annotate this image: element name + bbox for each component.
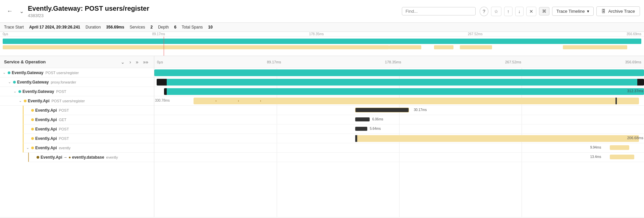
spans-list: ⌄ Evently.Gateway POST users/register ⌄ … <box>0 68 154 217</box>
gantt-bar-6 <box>355 117 370 121</box>
trace-timeline-label: Trace Timeline <box>556 9 585 14</box>
span-service: Evently.Api <box>35 117 57 122</box>
gantt-label-4-left: 330.78ms <box>155 99 170 102</box>
search-input[interactable] <box>406 9 472 14</box>
overview-bar-yellow-5 <box>563 45 627 49</box>
span-service: Evently.Gateway <box>12 70 44 75</box>
expand-all-button[interactable]: »» <box>141 59 150 65</box>
chevron-button[interactable]: ⌄ <box>19 8 24 14</box>
span-method: POST <box>59 137 69 141</box>
gantt-label-8: 206.68ms <box>627 136 643 140</box>
overview-ruler: 0μs 89.17ms 178.35ms 267.52ms 356.69ms <box>0 32 644 37</box>
total-spans-value: 10 <box>208 25 213 30</box>
star-button[interactable]: ☆ <box>491 7 501 16</box>
span-row[interactable]: ⌄ Evently.Gateway POST users/register <box>0 68 154 77</box>
services-value: 2 <box>150 25 153 30</box>
depth-label: Depth <box>158 25 169 30</box>
archive-label: Archive Trace <box>608 9 635 14</box>
span-method: evently <box>59 146 70 150</box>
span-method: POST <box>59 108 69 112</box>
service-dot <box>31 147 34 149</box>
right-panel: 0μs 89.17ms 178.35ms 267.52ms 356.69ms <box>154 56 644 217</box>
panel-header: Service & Operation ⌄ › » »» <box>0 56 154 68</box>
header-icons: ? ☆ ↑ ↓ ✕ ⌘ Trace Timeline ▾ 🗄 Archive T… <box>480 6 640 16</box>
toggle-icon[interactable]: ⌄ <box>8 80 12 84</box>
gantt-row-4[interactable]: 330.78ms <box>154 96 644 106</box>
collapse-all-button[interactable]: ⌄ <box>119 59 126 65</box>
span-row[interactable]: Evently.Api GET <box>23 115 154 124</box>
overview-bar-yellow-2 <box>389 45 421 49</box>
overview-bars <box>0 37 644 56</box>
gantt-mark-1 <box>216 100 216 102</box>
trace-timeline-button[interactable]: Trace Timeline ▾ <box>552 7 594 16</box>
gantt-row-6[interactable]: 6.06ms <box>154 115 644 124</box>
up-button[interactable]: ↑ <box>504 7 513 16</box>
back-button[interactable]: ← <box>4 6 15 16</box>
duration-label: Duration <box>86 25 101 30</box>
collapse-children-button[interactable]: » <box>134 59 140 65</box>
service-dot <box>18 90 21 93</box>
gantt-row-9[interactable]: 9.94ms <box>154 143 644 153</box>
gantt-bar-5 <box>355 108 409 112</box>
timeline-overview: 0μs 89.17ms 178.35ms 267.52ms 356.69ms <box>0 32 644 56</box>
overview-bar-teal-1 <box>3 39 641 44</box>
services-label: Services <box>129 25 145 30</box>
service-dot <box>8 71 10 74</box>
span-service: Evently.Api <box>28 99 49 103</box>
panel-header-title: Service & Operation <box>4 59 46 64</box>
expand-next-button[interactable]: › <box>128 59 133 65</box>
span-row[interactable]: ⌄ Evently.Api evently <box>23 143 154 153</box>
title-block: Evently.Gateway: POST users/register 438… <box>28 5 398 18</box>
page-title: Evently.Gateway: POST users/register <box>28 5 398 12</box>
down-button[interactable]: ↓ <box>515 7 524 16</box>
gantt-row-1[interactable] <box>154 68 644 77</box>
gantt-row-2[interactable] <box>154 77 644 87</box>
span-method: GET <box>59 118 66 122</box>
span-service: Evently.Api <box>35 127 57 131</box>
span-method: POST users/register <box>51 99 85 103</box>
gantt-label-3: 312.37ms <box>627 89 643 93</box>
gantt-bar-2 <box>157 79 644 86</box>
span-service: Evently.Gateway <box>22 89 54 94</box>
gantt-mark-2 <box>238 100 239 102</box>
gantt-row-3[interactable]: 312.37ms <box>154 87 644 96</box>
span-row[interactable]: Evently.Api POST <box>23 134 154 143</box>
close-button[interactable]: ✕ <box>526 7 536 16</box>
gantt-label-5: 30.17ms <box>414 108 427 112</box>
service-dot <box>31 137 34 140</box>
span-row[interactable]: Evently.Api POST <box>23 124 154 134</box>
search-box[interactable] <box>402 7 476 15</box>
span-row[interactable]: ⌄ Evently.Gateway POST <box>0 87 154 96</box>
gantt-bar-black-5 <box>356 108 409 112</box>
help-button[interactable]: ? <box>480 7 488 16</box>
gantt-row-7[interactable]: 5.64ms <box>154 124 644 134</box>
gantt-bar-end-right <box>637 79 644 86</box>
gantt-row-8[interactable]: 206.68ms <box>154 134 644 143</box>
gantt-bar-start <box>164 88 167 95</box>
toggle-icon[interactable]: ⌄ <box>13 89 17 94</box>
gantt-row-10[interactable]: 13.4ms <box>154 153 644 162</box>
span-row[interactable]: ⌄ Evently.Gateway proxy.forwarder <box>0 77 154 87</box>
span-method: proxy.forwarder <box>51 80 76 84</box>
gantt-row-5[interactable]: 30.17ms <box>154 106 644 115</box>
toggle-icon[interactable]: ⌄ <box>3 70 7 75</box>
span-row[interactable]: ⌄ Evently.Api POST users/register <box>0 96 154 106</box>
gantt-label-10: 13.4ms <box>590 155 601 159</box>
service-dot <box>31 128 34 130</box>
span-method: evently <box>106 155 118 159</box>
ruler-mark-3: 267.52ms <box>505 60 521 64</box>
gantt-bar-1 <box>154 69 644 76</box>
span-service: Evently.Api <box>35 136 57 141</box>
overview-bar-yellow-3 <box>434 45 453 49</box>
ruler-mark-0: 0μs <box>157 60 163 64</box>
archive-button[interactable]: 🗄 Archive Trace <box>596 6 640 16</box>
service-dot <box>13 81 16 84</box>
kbd-button[interactable]: ⌘ <box>539 7 549 15</box>
span-row[interactable]: Evently.Api POST <box>23 106 154 115</box>
toggle-icon[interactable]: ⌄ <box>19 99 23 103</box>
toggle-icon[interactable]: ⌄ <box>26 146 30 150</box>
span-service: Evently.Api → ● evently.database <box>41 155 104 160</box>
span-service: Evently.Api <box>35 108 57 113</box>
gantt-bar-3 <box>164 88 644 95</box>
span-row[interactable]: Evently.Api → ● evently.database evently <box>28 153 154 162</box>
